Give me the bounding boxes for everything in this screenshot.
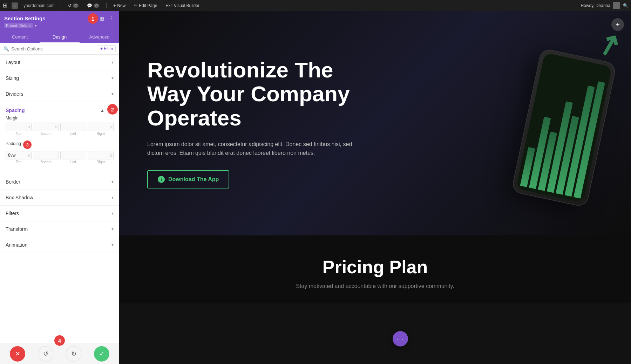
cancel-button[interactable]: ✕ — [10, 346, 25, 362]
margin-row: ⊙ Top ⊙ Bottom — [6, 123, 114, 136]
edit-page-button[interactable]: ✏ Edit Page — [132, 2, 159, 9]
search-icon: 🔍 — [4, 46, 9, 51]
search-icon[interactable]: 🔍 — [623, 3, 628, 8]
hero-decoration: ↗ — [456, 11, 631, 235]
site-url: yourdomain.com — [22, 3, 56, 8]
tab-advanced[interactable]: Advanced — [80, 32, 119, 43]
filter-button[interactable]: + Filter — [98, 45, 116, 52]
sidebar-footer: 4 ✕ ↺ ↻ ✓ — [0, 343, 119, 364]
chevron-down-icon: ▾ — [111, 227, 114, 232]
link-icon: ⊙ — [55, 125, 57, 129]
padding-row: ⊙ Top Bottom — [6, 151, 114, 164]
padding-bottom-input[interactable] — [33, 151, 59, 159]
chevron-up-icon: ▲ — [100, 108, 104, 113]
howdy-label: Howdy, Deanna — [581, 3, 611, 8]
exit-builder-button[interactable]: Exit Visual Builder — [163, 2, 202, 9]
arrow-decoration: ↗ — [593, 26, 624, 64]
float-action-button[interactable]: ··· — [393, 331, 408, 346]
sidebar-title: Section Settings — [4, 15, 46, 21]
sidebar: Section Settings ⊡ ▦ ⋮ 1 Preset: Default… — [0, 11, 119, 364]
add-element-button[interactable]: + — [611, 18, 624, 31]
link-icon: ⊙ — [27, 153, 30, 157]
save-button[interactable]: ✓ — [94, 346, 109, 362]
chevron-down-icon: ▾ — [111, 60, 114, 65]
download-app-button[interactable]: ↓ Download The App — [147, 170, 229, 188]
user-avatar — [613, 2, 620, 9]
section-filters: Filters ▾ — [0, 206, 119, 221]
step-badge-4: 4 — [54, 335, 65, 346]
chevron-down-icon: ▾ — [111, 211, 114, 216]
tab-design[interactable]: Design — [40, 32, 79, 43]
section-border-header[interactable]: Border ▾ — [0, 174, 119, 190]
margin-left-field: Left — [60, 123, 86, 136]
chevron-down-icon: ▾ — [111, 91, 114, 96]
pricing-title: Pricing Plan — [147, 256, 603, 277]
section-sizing-header[interactable]: Sizing ▾ — [0, 70, 119, 86]
topbar: ⊞ ⌂ yourdomain.com | ↺ 2 💬 0 | + New ✏ E… — [0, 0, 631, 11]
section-animation-header[interactable]: Animation ▾ — [0, 237, 119, 253]
chevron-down-icon: ▾ — [111, 242, 114, 247]
search-input[interactable] — [11, 46, 96, 51]
pencil-icon: ✏ — [134, 3, 137, 8]
chevron-down-icon: ▾ — [111, 76, 114, 81]
margin-bottom-field: ⊙ Bottom — [33, 123, 59, 136]
step-badge-2: 2 — [107, 104, 118, 115]
hero-content: Revolutionize The Way Your Company Opera… — [147, 58, 358, 188]
comment-icon: 💬 — [87, 3, 92, 8]
comments-button[interactable]: 💬 0 — [85, 2, 101, 9]
section-transform-header[interactable]: Transform ▾ — [0, 221, 119, 237]
link-icon: ⊙ — [109, 153, 112, 157]
section-border: Border ▾ — [0, 174, 119, 190]
sidebar-body: Layout ▾ Sizing ▾ Dividers ▾ — [0, 55, 119, 343]
site-icon[interactable]: ⌂ — [12, 2, 18, 9]
spacing-content: Margin ⊙ Top ⊙ — [0, 116, 119, 174]
section-layout: Layout ▾ — [0, 55, 119, 70]
more-options-icon[interactable]: ⋮ — [108, 15, 115, 22]
padding-left-field: Left — [60, 151, 86, 164]
margin-left-input[interactable] — [60, 123, 86, 131]
padding-bottom-field: Bottom — [33, 151, 59, 164]
section-transform: Transform ▾ — [0, 221, 119, 237]
padding-label: Padding — [6, 141, 21, 146]
section-spacing-header[interactable]: Spacing 2 ▲ ⋮ — [0, 102, 119, 116]
step-badge-3: 3 — [23, 140, 32, 149]
link-icon: ⊙ — [109, 125, 112, 129]
undo-button[interactable]: ↺ — [38, 346, 53, 362]
padding-left-input[interactable] — [60, 151, 86, 159]
plus-icon: + — [113, 3, 116, 8]
margin-right-field: ⊙ Right — [88, 123, 114, 136]
chevron-down-icon: ▾ — [111, 179, 114, 184]
section-layout-header[interactable]: Layout ▾ — [0, 55, 119, 70]
section-filters-header[interactable]: Filters ▾ — [0, 206, 119, 221]
padding-top-field: ⊙ Top — [6, 151, 32, 164]
redo-button[interactable]: ↻ — [66, 346, 81, 362]
wp-icon: ⊞ — [3, 2, 7, 9]
section-dividers: Dividers ▾ — [0, 86, 119, 102]
section-sizing: Sizing ▾ — [0, 70, 119, 86]
layout-icon[interactable]: ▦ — [98, 15, 105, 22]
canvas: Revolutionize The Way Your Company Opera… — [119, 11, 631, 364]
chevron-down-icon: ▾ — [111, 195, 114, 200]
step-badge-1: 1 — [88, 13, 98, 24]
link-icon: ⊙ — [27, 125, 30, 129]
new-button[interactable]: + New — [111, 2, 128, 9]
undo-icon: ↺ — [68, 3, 72, 8]
section-dividers-header[interactable]: Dividers ▾ — [0, 86, 119, 102]
padding-right-field: ⊙ Right — [88, 151, 114, 164]
preset-label: Preset: Default ▾ — [4, 23, 115, 28]
hero-title: Revolutionize The Way Your Company Opera… — [147, 58, 358, 130]
phone-screen — [516, 53, 612, 202]
section-box-shadow: Box Shadow ▾ — [0, 190, 119, 206]
tab-content[interactable]: Content — [0, 32, 40, 43]
section-spacing: Spacing 2 ▲ ⋮ Margin — [0, 102, 119, 174]
search-bar: 🔍 + Filter — [0, 43, 119, 55]
sidebar-header: Section Settings ⊡ ▦ ⋮ 1 Preset: Default… — [0, 11, 119, 32]
section-animation: Animation ▾ — [0, 237, 119, 253]
download-icon: ↓ — [158, 176, 165, 183]
sidebar-tabs: Content Design Advanced — [0, 32, 119, 43]
pricing-subtitle: Stay motivated and accountable with our … — [147, 283, 603, 289]
undo-button[interactable]: ↺ 2 — [66, 2, 81, 9]
margin-label: Margin — [6, 116, 114, 121]
section-box-shadow-header[interactable]: Box Shadow ▾ — [0, 190, 119, 205]
phone-mockup — [511, 48, 617, 208]
